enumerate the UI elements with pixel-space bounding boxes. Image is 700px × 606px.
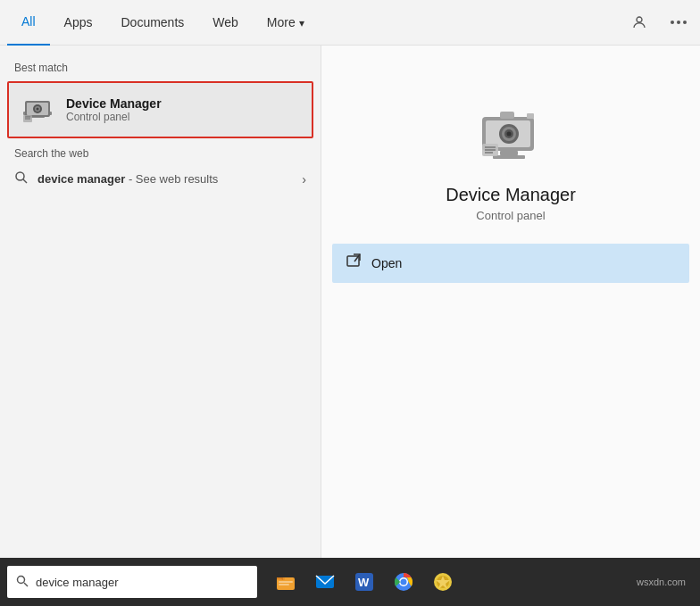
item-title: Device Manager xyxy=(66,96,162,111)
see-web-results: - See web results xyxy=(129,172,218,186)
svg-rect-24 xyxy=(500,151,518,155)
tab-apps-label: Apps xyxy=(64,15,93,29)
taskbar-app5[interactable] xyxy=(425,564,461,600)
tab-all-label: All xyxy=(21,14,36,29)
left-panel: Best match xyxy=(0,46,321,558)
svg-rect-23 xyxy=(527,113,534,119)
tab-all[interactable]: All xyxy=(7,0,50,46)
best-match-label: Best match xyxy=(0,56,321,78)
tab-apps[interactable]: Apps xyxy=(50,0,107,46)
top-nav: All Apps Documents Web More xyxy=(0,0,700,46)
svg-rect-36 xyxy=(279,581,293,583)
svg-rect-37 xyxy=(279,584,289,585)
taskbar-search[interactable]: device manager xyxy=(7,566,257,598)
detail-subtitle: Control panel xyxy=(476,209,545,222)
tab-more[interactable]: More xyxy=(253,0,319,46)
person-icon[interactable] xyxy=(625,8,654,37)
svg-point-21 xyxy=(507,132,512,137)
taskbar-search-icon xyxy=(16,575,29,590)
web-search-label: Search the web xyxy=(0,142,321,163)
svg-text:W: W xyxy=(358,576,370,589)
search-web-icon xyxy=(14,170,29,187)
web-search-query: device manager xyxy=(38,172,125,186)
svg-rect-22 xyxy=(500,112,514,119)
svg-rect-25 xyxy=(493,155,525,159)
detail-title: Device Manager xyxy=(446,185,576,205)
tab-web[interactable]: Web xyxy=(198,0,253,46)
taskbar: device manager W xyxy=(0,558,700,606)
svg-point-14 xyxy=(16,172,24,180)
main-layout: Best match xyxy=(0,46,700,558)
ellipsis-icon[interactable] xyxy=(664,8,693,37)
svg-point-43 xyxy=(401,579,407,585)
nav-right xyxy=(625,8,693,37)
svg-line-15 xyxy=(23,179,27,183)
tab-documents-label: Documents xyxy=(121,15,184,29)
chevron-right-icon: › xyxy=(302,172,306,187)
svg-point-3 xyxy=(683,21,687,24)
open-icon xyxy=(346,253,362,273)
svg-line-33 xyxy=(24,583,28,586)
tab-web-label: Web xyxy=(212,15,238,29)
watermark: wsxdn.com xyxy=(637,577,693,587)
best-match-text: Device Manager Control panel xyxy=(66,96,162,123)
svg-point-32 xyxy=(18,576,25,583)
taskbar-search-text: device manager xyxy=(36,576,119,589)
best-match-item[interactable]: Device Manager Control panel xyxy=(7,81,313,138)
open-button[interactable]: Open xyxy=(332,244,689,283)
item-subtitle: Control panel xyxy=(66,111,162,123)
taskbar-apps: W xyxy=(268,564,461,600)
svg-point-10 xyxy=(37,108,39,111)
web-search-item[interactable]: device manager - See web results › xyxy=(0,163,321,195)
chevron-down-icon xyxy=(299,15,304,29)
taskbar-file-explorer[interactable] xyxy=(268,564,304,600)
taskbar-word[interactable]: W xyxy=(346,564,382,600)
taskbar-chrome[interactable] xyxy=(386,564,421,600)
taskbar-mail[interactable] xyxy=(307,564,343,600)
right-panel: Device Manager Control panel Open xyxy=(321,46,700,558)
svg-point-0 xyxy=(637,17,642,22)
device-manager-icon xyxy=(20,92,55,128)
svg-point-2 xyxy=(677,21,680,24)
tab-documents[interactable]: Documents xyxy=(106,0,198,46)
tab-more-label: More xyxy=(267,15,296,29)
svg-point-1 xyxy=(671,21,674,24)
open-label: Open xyxy=(371,256,402,270)
detail-device-manager-icon xyxy=(475,99,546,170)
web-search-text: device manager - See web results xyxy=(38,172,293,186)
